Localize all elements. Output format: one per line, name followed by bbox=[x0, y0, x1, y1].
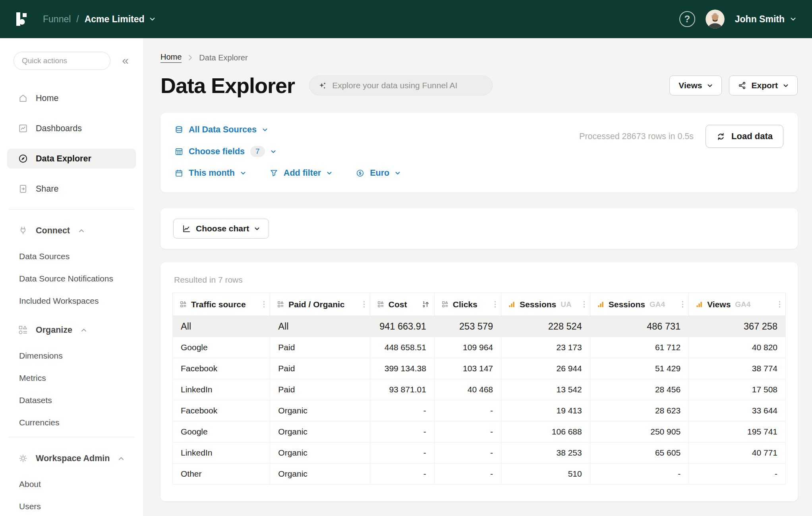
dimension-shapes-icon bbox=[180, 301, 187, 308]
add-filter-dropdown[interactable]: Add filter bbox=[270, 168, 332, 178]
chevron-down-icon bbox=[262, 128, 268, 132]
column-menu-icon[interactable] bbox=[583, 301, 585, 308]
date-range-dropdown[interactable]: This month bbox=[175, 168, 246, 178]
breadcrumb-current: Data Explorer bbox=[199, 53, 247, 62]
plug-icon bbox=[18, 226, 28, 235]
svg-text:$: $ bbox=[359, 171, 362, 175]
processed-status: Processed 28673 rows in 0.5s bbox=[579, 132, 694, 142]
chevron-up-icon bbox=[81, 328, 87, 332]
chevron-down-icon bbox=[395, 171, 400, 175]
user-menu[interactable]: John Smith bbox=[735, 14, 796, 25]
sidebar-item-users[interactable]: Users bbox=[7, 499, 136, 514]
sidebar-item-metrics[interactable]: Metrics bbox=[7, 370, 136, 386]
column-header-paid-organic[interactable]: Paid / Organic bbox=[270, 293, 370, 316]
column-header-views-ga4[interactable]: Views GA4 bbox=[689, 293, 786, 316]
sidebar-item-home[interactable]: Home bbox=[7, 88, 136, 108]
chevron-down-icon bbox=[271, 150, 276, 153]
product-name[interactable]: Funnel bbox=[43, 14, 71, 25]
svg-text:1: 1 bbox=[423, 301, 425, 305]
svg-text:9: 9 bbox=[423, 305, 425, 308]
shapes-icon bbox=[18, 325, 28, 335]
sidebar-item-dashboards[interactable]: Dashboards bbox=[7, 118, 136, 138]
avatar-image-icon bbox=[706, 10, 725, 29]
sidebar-section-connect[interactable]: Connect bbox=[7, 221, 136, 240]
column-menu-icon[interactable] bbox=[263, 301, 265, 308]
fields-count-badge: 7 bbox=[250, 146, 265, 157]
sidebar-item-currencies[interactable]: Currencies bbox=[7, 415, 136, 431]
home-icon bbox=[18, 93, 28, 103]
sidebar-collapse-button[interactable]: « bbox=[122, 53, 129, 68]
calendar-icon bbox=[175, 169, 183, 177]
section-label: Workspace Admin bbox=[36, 454, 110, 464]
column-header-traffic-source[interactable]: Traffic source bbox=[173, 293, 270, 316]
help-icon[interactable]: ? bbox=[679, 11, 695, 27]
chevron-down-icon bbox=[783, 84, 789, 87]
chevron-down-icon bbox=[149, 17, 155, 21]
quick-actions-search[interactable] bbox=[14, 52, 110, 70]
breadcrumb-home-link[interactable]: Home bbox=[160, 52, 182, 63]
table-row[interactable]: FacebookOrganic -- 19 41328 623 33 644 bbox=[173, 400, 786, 421]
sidebar-section-workspace-admin[interactable]: Workspace Admin bbox=[7, 449, 136, 468]
sidebar-item-datasets[interactable]: Datasets bbox=[7, 392, 136, 408]
table-row[interactable]: FacebookPaid 399 134.38103 147 26 94451 … bbox=[173, 358, 786, 379]
refresh-icon bbox=[716, 132, 725, 141]
load-data-button[interactable]: Load data bbox=[706, 125, 783, 148]
currency-dropdown[interactable]: $ Euro bbox=[356, 168, 400, 178]
sidebar-divider bbox=[9, 209, 134, 210]
share-document-icon bbox=[18, 184, 28, 194]
sort-numeric-icon[interactable]: 19 bbox=[422, 301, 429, 308]
table-row[interactable]: OtherOrganic -- 510- - bbox=[173, 464, 786, 485]
sidebar-item-label: Home bbox=[36, 93, 58, 103]
workspace-name: Acme Limited bbox=[85, 14, 145, 25]
chevron-down-icon bbox=[707, 84, 713, 87]
choose-chart-button[interactable]: Choose chart bbox=[173, 219, 269, 239]
table-row-total[interactable]: AllAll 941 663.91253 579 228 524486 731 … bbox=[173, 316, 786, 337]
chevron-down-icon bbox=[790, 17, 796, 21]
sidebar-item-data-source-notifications[interactable]: Data Source Notifications bbox=[7, 271, 136, 287]
chevron-down-icon bbox=[254, 227, 260, 231]
views-button[interactable]: Views bbox=[669, 76, 722, 95]
sidebar-item-data-explorer[interactable]: Data Explorer bbox=[7, 149, 136, 169]
sidebar-item-included-workspaces[interactable]: Included Workspaces bbox=[7, 293, 136, 309]
chevron-down-icon bbox=[240, 171, 246, 175]
workspace-breadcrumb: Funnel / Acme Limited bbox=[43, 14, 155, 25]
chevron-up-icon bbox=[79, 229, 84, 233]
column-header-cost[interactable]: Cost 19 bbox=[370, 293, 434, 316]
sidebar-item-data-sources[interactable]: Data Sources bbox=[7, 248, 136, 264]
column-menu-icon[interactable] bbox=[682, 301, 684, 308]
sidebar-item-share[interactable]: Share bbox=[7, 179, 136, 199]
avatar[interactable] bbox=[706, 10, 725, 29]
table-row[interactable]: LinkedInPaid 93 871.0140 468 13 54228 45… bbox=[173, 379, 786, 400]
funnel-ai-input[interactable] bbox=[332, 81, 483, 90]
section-label: Connect bbox=[36, 226, 70, 236]
source-suffix: UA bbox=[561, 300, 571, 309]
breadcrumb-separator: / bbox=[76, 14, 79, 25]
section-label: Organize bbox=[36, 325, 72, 335]
dimension-shapes-icon bbox=[377, 301, 384, 308]
column-menu-icon[interactable] bbox=[494, 301, 496, 308]
query-config-card: All Data Sources Choose fields 7 This mo… bbox=[160, 113, 798, 192]
funnel-ai-search[interactable] bbox=[309, 76, 493, 95]
quick-actions-input[interactable] bbox=[22, 56, 119, 65]
column-header-clicks[interactable]: Clicks bbox=[434, 293, 501, 316]
dimension-shapes-icon bbox=[277, 301, 284, 308]
metric-bars-icon bbox=[508, 301, 515, 308]
table-row[interactable]: GoogleOrganic -- 106 688250 905 195 741 bbox=[173, 421, 786, 442]
sidebar-item-dimensions[interactable]: Dimensions bbox=[7, 348, 136, 364]
sidebar-item-label: Dashboards bbox=[36, 124, 82, 134]
column-menu-icon[interactable] bbox=[363, 301, 365, 308]
export-button[interactable]: Export bbox=[729, 76, 798, 95]
column-header-sessions-ua[interactable]: Sessions UA bbox=[501, 293, 590, 316]
column-menu-icon[interactable] bbox=[779, 301, 781, 308]
sidebar-section-organize[interactable]: Organize bbox=[7, 321, 136, 339]
metric-bars-icon bbox=[597, 301, 604, 308]
fields-table-icon bbox=[175, 147, 183, 156]
sidebar-item-about[interactable]: About bbox=[7, 476, 136, 492]
workspace-switcher[interactable]: Acme Limited bbox=[85, 14, 155, 25]
column-header-sessions-ga4[interactable]: Sessions GA4 bbox=[590, 293, 688, 316]
funnel-logo-icon[interactable] bbox=[15, 11, 31, 27]
table-row[interactable]: LinkedInOrganic -- 38 25365 605 40 771 bbox=[173, 442, 786, 464]
result-summary: Resulted in 7 rows bbox=[174, 275, 786, 285]
source-suffix: GA4 bbox=[735, 300, 750, 309]
table-row[interactable]: GooglePaid 448 658.51109 964 23 17361 71… bbox=[173, 337, 786, 358]
